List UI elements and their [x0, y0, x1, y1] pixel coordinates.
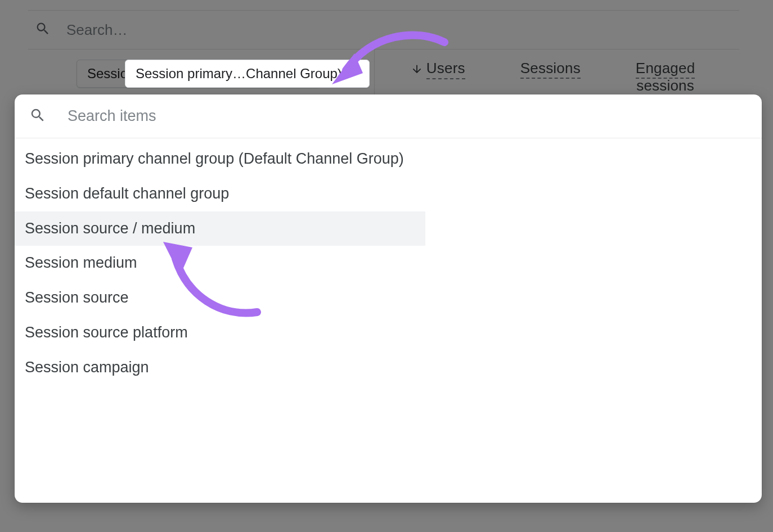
search-icon — [29, 107, 46, 126]
dimension-option[interactable]: Session source — [15, 281, 425, 315]
caret-down-icon — [350, 66, 359, 82]
dimension-picker-panel: Session primary channel group (Default C… — [15, 94, 762, 503]
dimension-option[interactable]: Session source / medium — [15, 211, 425, 246]
dimension-option[interactable]: Session medium — [15, 246, 425, 281]
dimension-option[interactable]: Session default channel group — [15, 177, 425, 211]
dimension-dropdown-active[interactable]: Session primary…Channel Group) — [125, 60, 370, 88]
dimension-list: Session primary channel group (Default C… — [15, 138, 762, 385]
panel-search-input[interactable] — [68, 107, 747, 125]
dimension-dropdown-label: Session primary…Channel Group) — [136, 66, 342, 82]
panel-search-row — [15, 94, 762, 138]
dimension-option[interactable]: Session source platform — [15, 315, 425, 350]
dimension-option[interactable]: Session primary channel group (Default C… — [15, 142, 425, 177]
dimension-option[interactable]: Session campaign — [15, 350, 425, 385]
